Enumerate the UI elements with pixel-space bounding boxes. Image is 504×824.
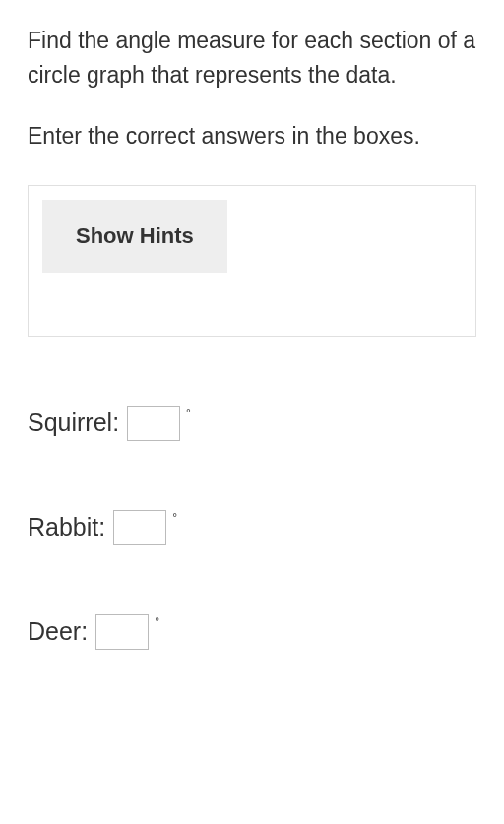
show-hints-button[interactable]: Show Hints (42, 200, 227, 273)
answer-label: Deer: (28, 617, 88, 646)
instruction-text: Enter the correct answers in the boxes. (28, 119, 476, 154)
answer-label: Squirrel: (28, 409, 119, 437)
degree-symbol: ° (186, 407, 191, 420)
question-text: Find the angle measure for each section … (28, 24, 476, 92)
degree-symbol: ° (172, 511, 177, 525)
degree-symbol: ° (155, 615, 159, 629)
answer-row-squirrel: Squirrel: ° (28, 406, 476, 441)
answer-row-deer: Deer: ° (28, 614, 476, 650)
hints-container: Show Hints (28, 185, 476, 337)
answer-label: Rabbit: (28, 513, 105, 541)
hints-spacer (42, 273, 462, 322)
squirrel-input[interactable] (127, 406, 180, 441)
answer-row-rabbit: Rabbit: ° (28, 510, 476, 545)
rabbit-input[interactable] (113, 510, 166, 545)
deer-input[interactable] (95, 614, 149, 650)
